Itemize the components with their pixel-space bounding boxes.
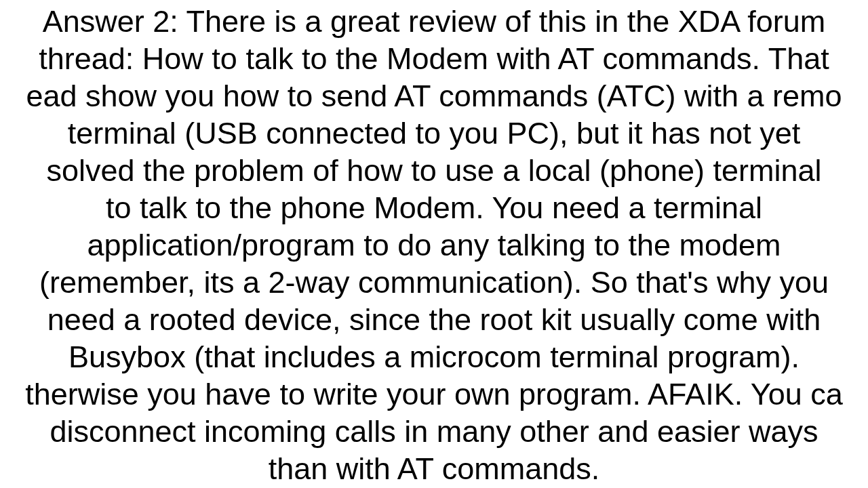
answer-body-text: Answer 2: There is a great review of thi… <box>25 0 843 487</box>
document-container: Answer 2: There is a great review of thi… <box>0 0 868 488</box>
